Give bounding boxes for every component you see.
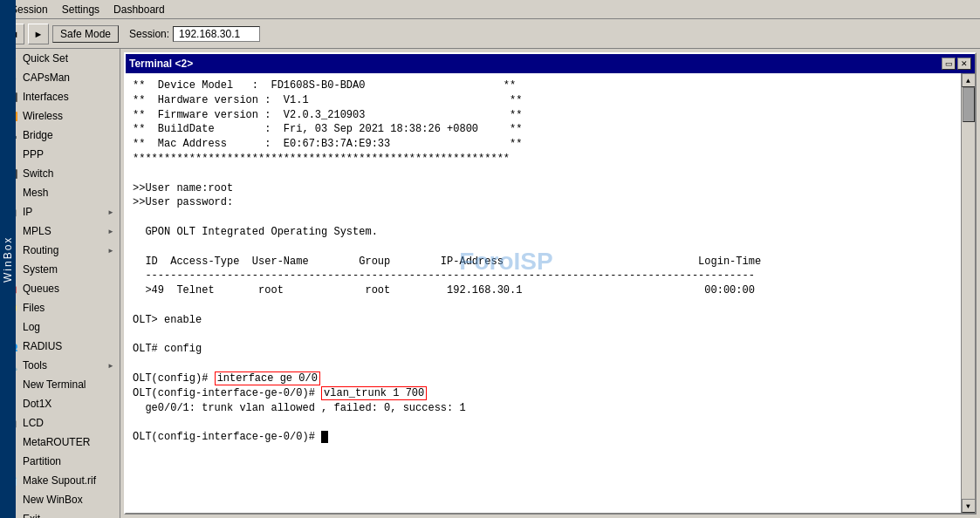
terminal-config-cmd: OLT# config xyxy=(133,343,202,355)
terminal-table-row: >49 Telnet root root 192.168.30.1 00:00:… xyxy=(133,284,755,296)
terminal-window: Terminal <2> ▭ ✕ ** Device Model : FD160… xyxy=(124,52,977,515)
sidebar-item-exit[interactable]: ✖ Exit xyxy=(0,509,120,518)
sidebar-item-ip[interactable]: ▣ IP ► xyxy=(0,202,120,222)
sidebar-label-system: System xyxy=(23,263,114,276)
terminal-titlebar: Terminal <2> ▭ ✕ xyxy=(126,54,975,73)
content-area: Terminal <2> ▭ ✕ ** Device Model : FD160… xyxy=(120,49,980,518)
sidebar-label-files: Files xyxy=(23,302,114,314)
terminal-title-buttons: ▭ ✕ xyxy=(942,58,971,70)
terminal-line-6: ****************************************… xyxy=(133,153,510,165)
sidebar-item-routing[interactable]: ↗ Routing ► xyxy=(0,241,120,260)
scroll-down-button[interactable]: ▼ xyxy=(962,499,976,513)
routing-arrow-icon: ► xyxy=(107,247,114,255)
terminal-scrollbar: ▲ ▼ xyxy=(961,73,975,513)
menu-dashboard[interactable]: Dashboard xyxy=(106,2,172,17)
sidebar-label-ip: IP xyxy=(23,206,104,218)
sidebar-label-capsman: CAPsMan xyxy=(23,72,114,84)
sidebar-item-bridge[interactable]: ▬ Bridge xyxy=(0,126,120,145)
sidebar-label-radius: RADIUS xyxy=(23,340,114,352)
terminal-interface-prompt: OLT(config)# interface ge 0/0 xyxy=(133,371,320,385)
sidebar-label-routing: Routing xyxy=(23,244,104,256)
safe-mode-button[interactable]: Safe Mode xyxy=(52,25,119,43)
sidebar-item-quick-set[interactable]: ⚡ Quick Set xyxy=(0,49,120,68)
sidebar-label-metarouter: MetaROUTER xyxy=(23,436,114,448)
sidebar-item-new-terminal[interactable]: ▶ New Terminal xyxy=(0,375,120,394)
terminal-body: ** Device Model : FD1608S-B0-BDA0 ** ** … xyxy=(126,73,975,513)
sidebar-item-interfaces[interactable]: ⬛ Interfaces xyxy=(0,87,120,106)
sidebar-item-capsman[interactable]: ◉ CAPsMan xyxy=(0,68,120,87)
sidebar-label-exit: Exit xyxy=(23,513,114,518)
terminal-pass-prompt: >>User password: xyxy=(133,196,233,208)
terminal-close-button[interactable]: ✕ xyxy=(957,58,971,70)
forward-button[interactable]: ► xyxy=(28,24,49,44)
sidebar-label-new-winbox: New WinBox xyxy=(23,494,114,506)
sidebar-item-dot1x[interactable]: ◈ Dot1X xyxy=(0,394,120,413)
sidebar-item-partition[interactable]: ⊟ Partition xyxy=(0,452,120,471)
sidebar-label-partition: Partition xyxy=(23,455,114,467)
sidebar-label-queues: Queues xyxy=(23,283,114,295)
sidebar: ⚡ Quick Set ◉ CAPsMan ⬛ Interfaces 📶 Wir… xyxy=(0,49,120,518)
sidebar-label-make-supout: Make Supout.rif xyxy=(23,474,114,487)
sidebar-item-ppp[interactable]: ◈ PPP xyxy=(0,145,120,164)
terminal-content[interactable]: ** Device Model : FD1608S-B0-BDA0 ** ** … xyxy=(126,73,961,513)
sidebar-label-quick-set: Quick Set xyxy=(23,52,114,65)
mpls-arrow-icon: ► xyxy=(107,228,114,235)
sidebar-label-tools: Tools xyxy=(23,359,104,371)
terminal-final-prompt: OLT(config-interface-ge-0/0)# xyxy=(133,431,328,443)
terminal-table-header: ID Access-Type User-Name Group IP-Addres… xyxy=(133,256,761,268)
terminal-line-1: ** Device Model : FD1608S-B0-BDA0 ** xyxy=(133,79,516,92)
sidebar-label-wireless: Wireless xyxy=(23,110,114,122)
scroll-up-button[interactable]: ▲ xyxy=(962,73,976,87)
sidebar-item-mpls[interactable]: M MPLS ► xyxy=(0,222,120,241)
terminal-line-2: ** Hardware version : V1.1 ** xyxy=(133,94,522,106)
terminal-gpon-msg: GPON OLT Integrated Operating System. xyxy=(133,226,378,238)
ip-arrow-icon: ► xyxy=(107,208,114,216)
terminal-vlan-result: ge0/0/1: trunk vlan allowed , failed: 0,… xyxy=(133,402,466,414)
sidebar-label-mpls: MPLS xyxy=(23,225,104,237)
sidebar-item-lcd[interactable]: ▣ LCD xyxy=(0,413,120,433)
sidebar-item-metarouter[interactable]: ⬡ MetaROUTER xyxy=(0,433,120,452)
sidebar-label-dot1x: Dot1X xyxy=(23,398,114,410)
terminal-interface-cmd: interface ge 0/0 xyxy=(215,371,320,385)
sidebar-item-mesh[interactable]: ⬡ Mesh xyxy=(0,183,120,202)
terminal-line-3: ** Firmware version : V2.0.3_210903 ** xyxy=(133,109,522,121)
sidebar-item-make-supout[interactable]: 📄 Make Supout.rif xyxy=(0,471,120,490)
sidebar-label-lcd: LCD xyxy=(23,417,114,429)
terminal-vlan-cmd: vlan_trunk 1 700 xyxy=(321,386,427,400)
sidebar-item-switch[interactable]: ⬛ Switch xyxy=(0,164,120,183)
sidebar-item-log[interactable]: ≡ Log xyxy=(0,317,120,337)
main-layout: ⚡ Quick Set ◉ CAPsMan ⬛ Interfaces 📶 Wir… xyxy=(0,49,980,518)
sidebar-label-interfaces: Interfaces xyxy=(23,91,114,103)
sidebar-label-switch: Switch xyxy=(23,167,114,180)
scroll-track xyxy=(962,87,975,499)
terminal-cursor xyxy=(321,431,328,443)
sidebar-label-mesh: Mesh xyxy=(23,187,114,199)
session-label: Session: xyxy=(129,28,169,40)
tools-arrow-icon: ► xyxy=(107,362,114,370)
sidebar-item-new-winbox[interactable]: ⊞ New WinBox xyxy=(0,490,120,509)
sidebar-label-bridge: Bridge xyxy=(23,129,114,141)
menu-settings[interactable]: Settings xyxy=(55,2,106,17)
sidebar-label-new-terminal: New Terminal xyxy=(23,378,114,391)
sidebar-label-ppp: PPP xyxy=(23,148,114,160)
terminal-table-divider: ----------------------------------------… xyxy=(133,269,755,282)
terminal-title: Terminal <2> xyxy=(129,58,193,70)
sidebar-item-wireless[interactable]: 📶 Wireless xyxy=(0,106,120,126)
sidebar-label-log: Log xyxy=(23,321,114,333)
terminal-enable-cmd: OLT> enable xyxy=(133,314,202,326)
terminal-user-prompt: >>User name:root xyxy=(133,182,233,194)
sidebar-item-queues[interactable]: ▤ Queues xyxy=(0,279,120,298)
toolbar: ◄ ► Safe Mode Session: 192.168.30.1 xyxy=(0,19,980,49)
scroll-thumb[interactable] xyxy=(963,87,975,122)
terminal-restore-button[interactable]: ▭ xyxy=(942,58,956,70)
terminal-vlan-prompt: OLT(config-interface-ge-0/0)# vlan_trunk… xyxy=(133,386,427,400)
menu-bar: Session Settings Dashboard xyxy=(0,0,980,19)
session-ip: 192.168.30.1 xyxy=(173,26,260,42)
sidebar-item-system[interactable]: ⚙ System xyxy=(0,260,120,279)
terminal-line-5: ** Mac Address : E0:67:B3:7A:E9:33 ** xyxy=(133,138,522,150)
winbox-label: WinBox xyxy=(0,0,16,518)
sidebar-item-files[interactable]: 📁 Files xyxy=(0,298,120,317)
sidebar-item-tools[interactable]: 🔧 Tools ► xyxy=(0,356,120,375)
sidebar-item-radius[interactable]: 👥 RADIUS xyxy=(0,337,120,356)
terminal-line-4: ** BuildDate : Fri, 03 Sep 2021 18:38:26… xyxy=(133,123,522,135)
